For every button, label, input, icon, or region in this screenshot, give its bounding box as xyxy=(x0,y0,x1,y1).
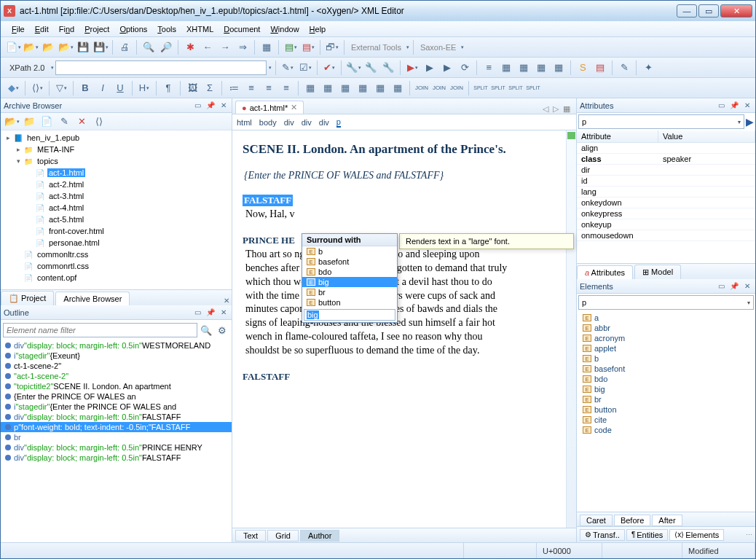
minimize-button[interactable]: — xyxy=(677,4,697,17)
attribute-row[interactable]: onkeypress xyxy=(577,208,755,219)
heading-icon[interactable]: H▾ xyxy=(136,80,152,96)
menu-document[interactable]: Document xyxy=(218,25,265,34)
wrench3-icon[interactable]: 🔧 xyxy=(380,60,396,76)
archive-delete-icon[interactable]: ✕ xyxy=(74,114,90,130)
element-item[interactable]: Ebasefont xyxy=(577,364,755,374)
dl-icon[interactable]: ≔ xyxy=(226,80,242,96)
table2-icon[interactable]: ▦ xyxy=(320,80,336,96)
tree-item[interactable]: 📄act-3.html xyxy=(1,190,232,202)
elem-pin-icon[interactable]: 📌 xyxy=(729,281,739,292)
open-url-icon[interactable]: 📂 xyxy=(40,39,56,55)
element-item[interactable]: Eb xyxy=(577,353,755,364)
windows-icon[interactable]: 🗗▾ xyxy=(324,39,340,55)
outline-item[interactable]: div "display: block; margin-left: 0.5in"… xyxy=(1,412,232,422)
attr-pin-icon[interactable]: 📌 xyxy=(729,101,739,111)
insert-icon[interactable]: ✱ xyxy=(182,39,198,55)
debug-icon[interactable]: ▶ xyxy=(422,60,438,76)
open-icon[interactable]: 📂▾ xyxy=(23,39,39,55)
document-tabs[interactable]: ●act-1.html*✕ ◁ ▷ ▦ xyxy=(232,98,576,114)
indent-icon[interactable]: ▦ xyxy=(498,60,514,76)
breadcrumb-item[interactable]: p xyxy=(336,117,341,128)
outline-search-icon[interactable]: 🔍 xyxy=(200,322,213,338)
split2-icon[interactable]: SPLIT xyxy=(490,80,506,96)
outline-item[interactable]: ct-1-scene-2" xyxy=(1,361,232,371)
tab-next-icon[interactable]: ▷ xyxy=(553,104,559,114)
attr-next-icon[interactable]: ▶ xyxy=(746,116,754,128)
popup-item-button[interactable]: Ebutton xyxy=(302,297,397,308)
breadcrumb-item[interactable]: body xyxy=(259,118,277,127)
save-all-icon[interactable]: 💾▾ xyxy=(92,39,109,55)
right-bottom-tabs[interactable]: ⚙ Transf.. ¶ Entities ⟨x⟩ Elements ⋯ xyxy=(577,526,755,542)
outline-item[interactable]: {Enter the PRINCE OF WALES an xyxy=(1,391,232,402)
help-icon[interactable]: ✦ xyxy=(640,60,656,76)
popup-item-basefont[interactable]: Ebasefont xyxy=(302,257,397,267)
paragraph-icon[interactable]: ¶ xyxy=(160,80,176,96)
join1-icon[interactable]: JOIN xyxy=(414,80,430,96)
outline-item[interactable]: i "stagedir" {Exeunt} xyxy=(1,351,232,361)
elem-undock-icon[interactable]: ▭ xyxy=(716,281,726,292)
menu-bar[interactable]: File Edit Find Project Options Tools XHT… xyxy=(1,21,755,37)
format-icon[interactable]: ≡ xyxy=(481,60,497,76)
save-icon[interactable]: 💾 xyxy=(75,39,91,55)
element-item[interactable]: Ea xyxy=(577,313,755,323)
tab-close-icon[interactable]: ✕ xyxy=(291,103,297,112)
tags-icon[interactable]: ⟨⟩▾ xyxy=(29,80,45,96)
tab-model[interactable]: ⊞ Model xyxy=(634,265,681,279)
caret-tab-after[interactable]: After xyxy=(652,515,682,526)
element-item[interactable]: Ebutton xyxy=(577,404,755,415)
attr-close-icon[interactable]: ✕ xyxy=(742,101,752,111)
author-editor[interactable]: SCENE II. London. An apartment of the Pr… xyxy=(232,130,564,528)
menu-find[interactable]: Find xyxy=(54,25,79,34)
join3-icon[interactable]: JOIN xyxy=(449,80,465,96)
archive-tree[interactable]: ▸📘hen_iv_1.epub▸📁META-INF▾📁topics📄act-1.… xyxy=(1,130,232,289)
validation-gutter[interactable] xyxy=(566,130,576,528)
compare-icon[interactable]: ▦ xyxy=(533,60,549,76)
profile-icon[interactable]: ▶ xyxy=(439,60,455,76)
menu-tools[interactable]: Tools xyxy=(152,25,181,34)
element-item[interactable]: Eapplet xyxy=(577,343,755,353)
tree-item[interactable]: ▾📁topics xyxy=(1,155,232,167)
menu-options[interactable]: Options xyxy=(114,25,152,34)
outline-filter-input[interactable] xyxy=(3,323,197,337)
outline-item[interactable]: div "display: block; margin-left: 0.5in"… xyxy=(1,453,232,463)
outline-tree[interactable]: div "display: block; margin-left: 0.5in"… xyxy=(1,340,232,542)
menu-edit[interactable]: Edit xyxy=(30,25,54,34)
attribute-row[interactable]: dir xyxy=(577,165,755,176)
attr-undock-icon[interactable]: ▭ xyxy=(716,101,726,111)
attribute-row[interactable]: id xyxy=(577,176,755,187)
elements-element-combo[interactable]: p▾ xyxy=(578,295,754,310)
breadcrumb-item[interactable]: div xyxy=(284,118,294,127)
mode-tab-author[interactable]: Author xyxy=(300,530,339,542)
tab-prev-icon[interactable]: ◁ xyxy=(543,104,548,114)
tree-item[interactable]: 📄act-1.html xyxy=(1,167,232,179)
search-files-icon[interactable]: 🔎 xyxy=(158,39,174,55)
wrench-icon[interactable]: 🔧▾ xyxy=(345,60,361,76)
menu-file[interactable]: File xyxy=(7,25,30,34)
element-item[interactable]: Eabbr xyxy=(577,323,755,333)
tree-item[interactable]: 📄act-4.html xyxy=(1,202,232,214)
archive-add-icon[interactable]: 📄 xyxy=(39,114,55,130)
xslt-icon[interactable]: ▤▾ xyxy=(283,39,299,55)
project-close-icon[interactable]: ✕ xyxy=(221,295,232,305)
attribute-row[interactable]: onmousedown xyxy=(577,230,755,241)
element-item[interactable]: Ebr xyxy=(577,394,755,404)
element-item[interactable]: Ebig xyxy=(577,384,755,394)
last-icon[interactable]: ⇒ xyxy=(235,39,251,55)
tree-item[interactable]: ▸📘hen_iv_1.epub xyxy=(1,132,232,144)
attribute-row[interactable]: classspeaker xyxy=(577,154,755,165)
panel-close-icon[interactable]: ✕ xyxy=(218,101,229,111)
menu-xhtml[interactable]: XHTML xyxy=(181,25,218,34)
caret-position-tabs[interactable]: CaretBeforeAfter xyxy=(577,512,755,526)
tab-attributes[interactable]: a Attributes xyxy=(577,265,633,279)
ol-icon[interactable]: ≡ xyxy=(261,80,277,96)
elem-close-icon[interactable]: ✕ xyxy=(742,281,752,292)
popup-filter-input[interactable]: big xyxy=(304,309,395,321)
breadcrumb[interactable]: htmlbodydivdivdivp xyxy=(232,114,576,130)
surround-with-popup[interactable]: Surround with EbEbasefontEbdoEbigEbrEbut… xyxy=(302,233,398,323)
caret-tab-before[interactable]: Before xyxy=(614,515,650,526)
outline-item[interactable]: div "display: block; margin-left: 0.5in"… xyxy=(1,442,232,453)
element-item[interactable]: Ecite xyxy=(577,415,755,425)
new-icon[interactable]: 📄▾ xyxy=(5,39,21,55)
tab-archive-browser[interactable]: Archive Browser xyxy=(55,292,130,305)
search-icon[interactable]: 🔍 xyxy=(141,39,157,55)
